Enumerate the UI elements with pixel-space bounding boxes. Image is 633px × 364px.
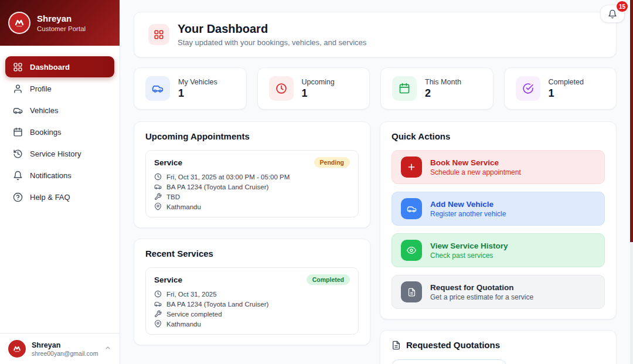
action-title: Book New Service	[430, 158, 521, 167]
section-title: Recent Services	[145, 249, 359, 258]
appointment-service: TBD	[166, 193, 180, 200]
bell-icon	[608, 9, 617, 19]
stat-card-completed: Completed 1	[504, 67, 617, 110]
action-subtitle: Schedule a new appointment	[430, 168, 521, 176]
eye-icon	[401, 240, 422, 261]
action-title: Add New Vehicle	[430, 200, 506, 209]
sidebar-item-label: Bookings	[30, 128, 61, 137]
stat-value: 1	[178, 87, 217, 100]
add-new-vehicle-button[interactable]: Add New Vehicle Register another vehicle	[392, 192, 605, 226]
clock-icon	[154, 173, 162, 181]
appointment-location: Kathmandu	[166, 203, 201, 210]
main-content: 15 Your Dashboard Stay updated with your…	[120, 0, 633, 364]
status-badge: Pending	[314, 157, 350, 168]
service-datetime: Fri, Oct 31, 2025	[166, 291, 217, 298]
view-service-history-button[interactable]: View Service History Check past services	[392, 233, 605, 267]
appointment-name: Service	[154, 158, 182, 167]
stat-label: Completed	[549, 78, 584, 86]
sidebar-item-label: Profile	[30, 84, 52, 93]
stat-value: 1	[549, 87, 584, 100]
brand-logo	[8, 12, 30, 34]
request-quotation-button[interactable]: Request for Quotation Get a price estima…	[392, 275, 605, 309]
sidebar-item-label: Help & FAQ	[30, 193, 70, 202]
service-name: Service	[154, 275, 182, 284]
logo-mark-icon	[13, 16, 26, 29]
sidebar-item-vehicles[interactable]: Vehicles	[5, 100, 114, 121]
customer-portal-app: Shreyan Customer Portal Dashboard Profil…	[0, 0, 633, 364]
sidebar-item-bookings[interactable]: Bookings	[5, 121, 114, 142]
history-icon	[13, 149, 23, 159]
clock-icon	[269, 76, 294, 101]
book-new-service-button[interactable]: Book New Service Schedule a new appointm…	[392, 150, 605, 184]
map-pin-icon	[154, 203, 162, 210]
chevron-up-icon	[104, 345, 111, 353]
stat-value: 2	[425, 87, 461, 100]
service-vehicle: BA PA 1234 (Toyota Land Cruiser)	[166, 301, 268, 308]
service-item[interactable]: Service Completed Fri, Oct 31, 2025 BA P…	[145, 267, 359, 335]
action-subtitle: Check past services	[430, 251, 508, 260]
wrench-icon	[154, 310, 162, 318]
sidebar-nav: Dashboard Profile Vehicles Bookings	[0, 46, 120, 333]
sidebar-item-profile[interactable]: Profile	[5, 78, 114, 99]
stat-label: This Month	[425, 78, 461, 86]
left-column: Upcoming Appointments Service Pending Fr…	[134, 121, 370, 345]
car-icon	[154, 300, 162, 308]
map-pin-icon	[154, 320, 162, 328]
quick-actions-card: Quick Actions Book New Service Schedule …	[380, 121, 617, 319]
help-circle-icon	[13, 192, 23, 202]
car-icon	[145, 76, 170, 101]
page-subtitle: Stay updated with your bookings, vehicle…	[178, 38, 366, 47]
sidebar-item-notifications[interactable]: Notifications	[5, 165, 114, 186]
status-badge: Completed	[307, 274, 350, 285]
stat-label: Upcoming	[302, 78, 335, 86]
plus-icon	[401, 157, 422, 178]
dashboard-grid-icon	[148, 24, 169, 45]
service-description: Service completed	[166, 311, 222, 318]
appointment-vehicle: BA PA 1234 (Toyota Land Cruiser)	[166, 183, 268, 190]
user-icon	[13, 84, 23, 94]
stat-label: My Vehicles	[178, 78, 217, 86]
sidebar-item-label: Service History	[30, 149, 81, 158]
section-title: Quick Actions	[392, 131, 605, 141]
appointment-item[interactable]: Service Pending Fri, Oct 31, 2025 at 03:…	[145, 150, 359, 217]
recent-services-card: Recent Services Service Completed Fri, O…	[134, 239, 370, 345]
dashboard-grid-icon	[13, 62, 23, 72]
bell-icon	[13, 171, 23, 181]
quotation-item[interactable]	[392, 359, 506, 364]
file-icon	[392, 341, 401, 350]
action-title: Request for Quotation	[430, 283, 533, 292]
requested-quotations-card: Requested Quotations	[380, 330, 617, 364]
car-icon	[13, 106, 23, 115]
right-column: Quick Actions Book New Service Schedule …	[380, 121, 617, 364]
sidebar-item-help-faq[interactable]: Help & FAQ	[5, 186, 114, 207]
user-email: shree00yan@gmail.com	[32, 350, 98, 357]
clock-icon	[154, 290, 162, 298]
service-location: Kathmandu	[166, 321, 201, 328]
sidebar-brand: Shreyan Customer Portal	[0, 0, 120, 46]
sidebar-item-service-history[interactable]: Service History	[5, 143, 114, 164]
section-title: Requested Quotations	[406, 340, 500, 350]
action-title: View Service History	[430, 241, 508, 250]
upcoming-appointments-card: Upcoming Appointments Service Pending Fr…	[134, 121, 370, 228]
user-name: Shreyan	[32, 341, 98, 349]
logo-mark-icon	[12, 343, 22, 354]
stat-card-this-month: This Month 2	[380, 67, 494, 110]
scrollbar-thumb[interactable]	[630, 0, 633, 242]
page-header-card: Your Dashboard Stay updated with your bo…	[134, 12, 617, 57]
user-avatar	[8, 340, 26, 358]
brand-subtitle: Customer Portal	[37, 25, 86, 32]
stat-card-my-vehicles: My Vehicles 1	[134, 67, 247, 110]
wrench-icon	[154, 193, 162, 200]
car-icon	[154, 183, 162, 190]
action-subtitle: Get a price estimate for a service	[430, 293, 533, 301]
sidebar-item-label: Dashboard	[30, 63, 70, 72]
sidebar-item-dashboard[interactable]: Dashboard	[5, 56, 114, 77]
brand-title: Shreyan	[37, 13, 86, 25]
check-circle-icon	[516, 76, 540, 101]
calendar-icon	[392, 76, 417, 101]
stats-row: My Vehicles 1 Upcoming 1 This Month	[134, 67, 617, 110]
appointment-datetime: Fri, Oct 31, 2025 at 03:00 PM - 05:00 PM	[166, 174, 290, 181]
notifications-bell-button[interactable]: 15	[600, 5, 625, 23]
sidebar-item-label: Vehicles	[30, 106, 58, 115]
sidebar-user-menu[interactable]: Shreyan shree00yan@gmail.com	[0, 333, 120, 364]
